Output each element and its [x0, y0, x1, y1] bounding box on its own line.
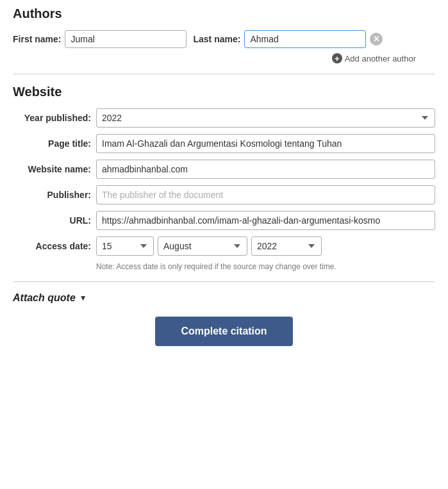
year-published-control: 2022 2021 2020 2019 2018 2017	[96, 108, 435, 128]
author-row: First name: Last name: ×	[13, 30, 435, 48]
page-title-row: Page title:	[13, 134, 435, 153]
add-author-row: + Add another author	[13, 53, 435, 63]
url-control	[96, 211, 435, 230]
page-title-control	[96, 134, 435, 153]
publisher-control	[96, 185, 435, 204]
website-section: Website Year published: 2022 2021 2020 2…	[13, 85, 435, 271]
year-published-label: Year published:	[13, 113, 96, 123]
add-icon: +	[332, 53, 342, 63]
website-name-control	[96, 160, 435, 179]
website-name-row: Website name:	[13, 160, 435, 179]
access-day-select[interactable]: 15	[96, 236, 154, 256]
publisher-label: Publisher:	[13, 190, 96, 200]
page-title-label: Page title:	[13, 138, 96, 149]
access-note: Note: Access date is only required if th…	[96, 262, 435, 271]
page-title-input[interactable]	[96, 134, 435, 153]
access-date-control: 15 January February March April May June…	[96, 236, 435, 256]
year-published-row: Year published: 2022 2021 2020 2019 2018…	[13, 108, 435, 128]
attach-quote-label: Attach quote	[13, 292, 76, 304]
last-name-input[interactable]	[244, 30, 366, 48]
section-divider-1	[13, 74, 435, 74]
chevron-down-icon: ▼	[79, 294, 87, 303]
url-label: URL:	[13, 215, 96, 226]
year-published-select[interactable]: 2022 2021 2020 2019 2018 2017	[96, 108, 435, 128]
first-name-input[interactable]	[65, 30, 187, 48]
first-name-label: First name:	[13, 34, 61, 44]
authors-title: Authors	[13, 6, 435, 21]
access-date-row: Access date: 15 January February March A…	[13, 236, 435, 256]
url-row: URL:	[13, 211, 435, 230]
date-row: 15 January February March April May June…	[96, 236, 435, 256]
access-month-select[interactable]: January February March April May June Ju…	[158, 236, 247, 256]
authors-section: Authors First name: Last name: × + Add a…	[13, 6, 435, 63]
website-title: Website	[13, 85, 435, 99]
publisher-input[interactable]	[96, 185, 435, 204]
last-name-group: Last name: ×	[193, 30, 383, 48]
complete-citation-button[interactable]: Complete citation	[155, 317, 292, 346]
publisher-row: Publisher:	[13, 185, 435, 204]
attach-quote-row[interactable]: Attach quote ▼	[13, 292, 435, 304]
section-divider-2	[13, 281, 435, 282]
access-year-select[interactable]: 2022 2021 2020	[251, 236, 322, 256]
last-name-label: Last name:	[193, 34, 240, 44]
website-name-input[interactable]	[96, 160, 435, 179]
access-date-label: Access date:	[13, 241, 96, 251]
first-name-group: First name:	[13, 30, 187, 48]
add-author-label: Add another author	[345, 54, 416, 63]
add-author-link[interactable]: + Add another author	[332, 53, 416, 63]
website-name-label: Website name:	[13, 164, 96, 174]
remove-author-button[interactable]: ×	[370, 33, 383, 46]
url-input[interactable]	[96, 211, 435, 230]
